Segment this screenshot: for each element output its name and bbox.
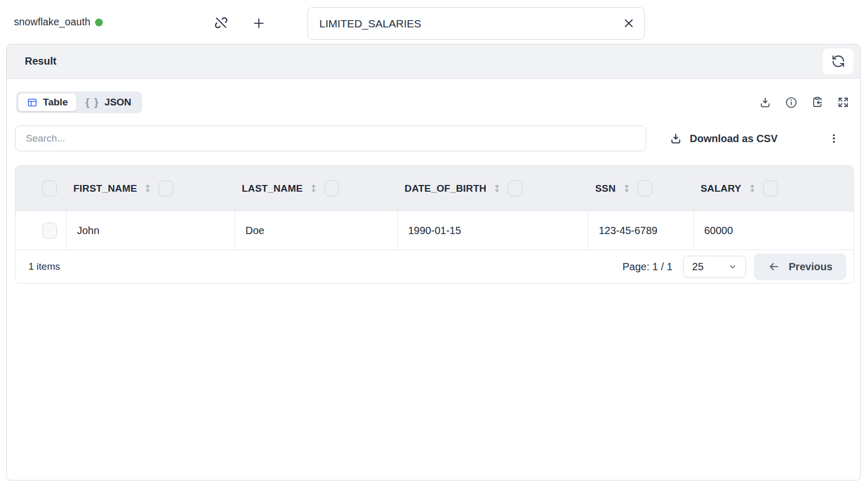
refresh-button[interactable] [823,49,854,74]
row-select-cell [16,211,66,250]
previous-page-button[interactable]: Previous [754,254,846,280]
tab-table-label: Table [43,97,68,108]
column-label: LAST_NAME [242,183,303,194]
page-indicator: Page: 1 / 1 [623,261,673,273]
copy-result-button[interactable] [811,96,824,109]
tab-json-label: JSON [104,97,131,108]
row-checkbox[interactable] [42,223,57,239]
result-panel-header: Result [7,44,860,79]
download-icon [759,96,771,109]
fullscreen-button[interactable] [837,96,849,109]
download-csv-label: Download as CSV [690,133,778,145]
column-header-date-of-birth: DATE_OF_BIRTH [397,166,588,211]
result-table: FIRST_NAME LAST_NAME [15,165,854,284]
column-header-ssn: SSN [588,166,693,211]
cell-last-name: Doe [235,211,397,250]
sort-icon[interactable] [308,182,319,194]
column-options-checkbox[interactable] [508,180,522,196]
page-size-value: 25 [692,261,704,273]
view-toggle: Table { } JSON [16,91,142,113]
expand-icon [837,96,849,109]
connection-name: snowflake_oauth [14,16,90,28]
table-options-menu-button[interactable] [828,133,840,144]
tab-json-view[interactable]: { } JSON [76,94,140,111]
column-options-checkbox[interactable] [324,180,339,196]
column-label: SALARY [701,183,741,194]
sort-icon[interactable] [622,182,632,194]
column-header-salary: SALARY [693,166,854,211]
column-label: DATE_OF_BIRTH [405,183,486,194]
search-row: Download as CSV [15,126,854,151]
result-panel: Result [6,44,861,481]
link-off-icon [213,15,229,30]
download-icon [670,132,682,145]
panel-title: Result [25,55,56,67]
sort-icon[interactable] [492,182,502,194]
result-toolbar-icons [759,96,849,109]
app-window: snowflake_oauth [0,0,868,495]
column-options-checkbox[interactable] [763,180,778,196]
arrow-left-icon [768,260,780,273]
column-options-checkbox[interactable] [159,180,173,196]
column-label: FIRST_NAME [73,183,137,194]
connection-status-dot-icon [95,19,103,26]
clear-table-name-button[interactable] [622,17,636,30]
items-count-label: 1 items [28,261,60,272]
info-icon [785,96,798,109]
clipboard-paste-icon [811,96,824,109]
table-header-row: FIRST_NAME LAST_NAME [16,166,854,211]
toolbar-row: Table { } JSON [15,91,854,113]
table-name-input[interactable] [307,7,645,40]
pagination-controls: Page: 1 / 1 25 [623,254,846,280]
chevron-down-icon [727,261,738,272]
table-footer: 1 items Page: 1 / 1 25 [16,250,854,283]
page-size-select[interactable]: 25 [683,256,746,278]
close-icon [622,17,636,30]
download-csv-button[interactable]: Download as CSV [670,132,778,145]
tab-table-view[interactable]: Table [18,94,76,111]
search-input[interactable] [15,126,646,151]
table-row: John Doe 1990-01-15 123-45-6789 60000 [16,211,854,250]
table-name-field-wrap [307,7,645,40]
add-tab-button[interactable] [252,16,266,30]
previous-label: Previous [789,261,832,273]
column-header-first-name: FIRST_NAME [66,166,235,211]
sort-icon[interactable] [143,182,153,194]
sort-icon[interactable] [747,182,757,194]
select-all-cell [16,166,66,211]
select-all-checkbox[interactable] [42,180,57,196]
vertical-dots-icon [828,133,840,144]
top-bar: snowflake_oauth [0,0,868,44]
download-result-button[interactable] [759,96,771,109]
cell-date-of-birth: 1990-01-15 [397,211,588,250]
column-header-last-name: LAST_NAME [235,166,397,211]
plus-icon [252,16,266,30]
table-grid-icon [27,97,38,108]
unlink-button[interactable] [213,15,229,30]
column-options-checkbox[interactable] [638,180,652,196]
column-label: SSN [595,183,616,194]
refresh-icon [831,54,845,68]
result-info-button[interactable] [785,96,798,109]
curly-braces-icon: { } [85,97,99,109]
cell-ssn: 123-45-6789 [588,211,693,250]
cell-first-name: John [66,211,235,250]
cell-salary: 60000 [693,211,854,250]
connection-selector[interactable]: snowflake_oauth [14,0,103,44]
result-panel-body: Table { } JSON [7,79,860,284]
